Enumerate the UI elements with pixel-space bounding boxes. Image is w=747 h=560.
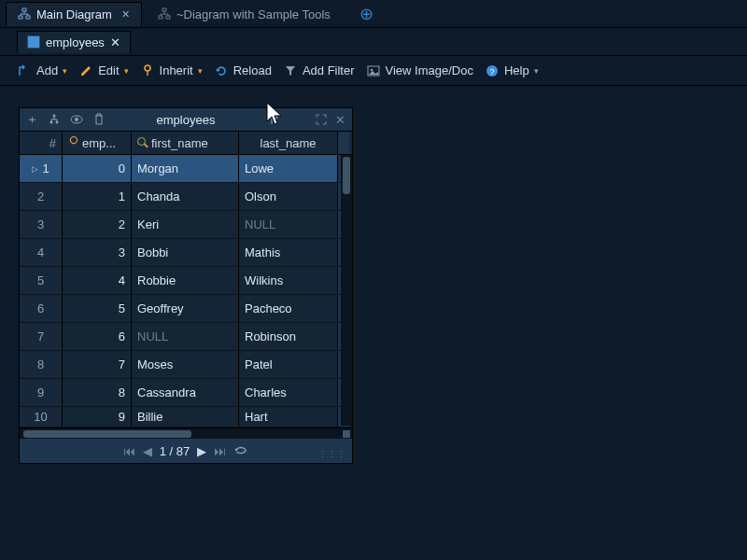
sub-tabbar: employees ✕ xyxy=(0,28,747,56)
add-arrow-icon xyxy=(17,63,32,78)
tab-main-diagram[interactable]: Main Diagram ✕ xyxy=(6,2,142,26)
top-tabbar: Main Diagram ✕ ~Diagram with Sample Tool… xyxy=(0,0,747,28)
help-button[interactable]: ? Help▾ xyxy=(485,63,539,78)
key-icon xyxy=(66,135,82,151)
panel-footer: ⏮ ◀ 1 / 87 ▶ ⏭ ⋮⋮⋮ xyxy=(20,439,352,463)
magnifier-icon xyxy=(137,137,148,148)
diagram-icon xyxy=(158,7,171,21)
table-row[interactable]: 109BillieHart xyxy=(20,407,352,427)
tab-sample-tools[interactable]: ~Diagram with Sample Tools xyxy=(146,2,343,26)
inherit-icon xyxy=(140,63,155,78)
maximize-icon[interactable] xyxy=(313,111,330,128)
svg-rect-4 xyxy=(159,16,162,19)
table-row[interactable]: 21ChandaOlson xyxy=(20,183,352,211)
horizontal-scrollbar[interactable] xyxy=(20,427,352,439)
help-icon: ? xyxy=(485,63,500,78)
col-emp-id[interactable]: emp... xyxy=(63,132,132,154)
edit-button[interactable]: Edit▾ xyxy=(78,63,128,78)
close-panel-icon[interactable]: ✕ xyxy=(331,111,348,128)
current-row-icon: ▷ xyxy=(32,164,38,174)
vertical-scrollbar[interactable] xyxy=(341,155,352,426)
first-page-button[interactable]: ⏮ xyxy=(123,444,135,458)
pencil-icon xyxy=(78,63,93,78)
eye-icon[interactable] xyxy=(68,111,85,128)
tab-label: ~Diagram with Sample Tools xyxy=(176,7,331,21)
svg-point-8 xyxy=(370,68,373,71)
loop-button[interactable] xyxy=(233,444,248,458)
close-icon[interactable]: ✕ xyxy=(121,8,130,21)
add-row-icon[interactable]: ＋ xyxy=(23,111,40,128)
grid-rows: ▷10MorganLowe21ChandaOlson32KeriNULL43Bo… xyxy=(20,155,352,427)
svg-point-6 xyxy=(145,65,150,71)
grid-header: # emp... first_name last_name xyxy=(20,131,352,155)
svg-rect-3 xyxy=(162,8,166,11)
add-tab-button[interactable]: ⊕ xyxy=(356,3,378,25)
view-image-button[interactable]: View Image/Doc xyxy=(366,63,473,78)
diagram-icon xyxy=(18,7,31,21)
table-icon xyxy=(27,35,40,49)
reload-icon xyxy=(214,63,229,78)
panel-header: ＋ employees ✕ xyxy=(20,108,352,131)
table-row[interactable]: ▷10MorganLowe xyxy=(20,155,352,183)
trash-icon[interactable] xyxy=(91,111,107,128)
table-row[interactable]: 76NULLRobinson xyxy=(20,323,352,351)
tree-icon[interactable] xyxy=(46,111,63,128)
next-page-button[interactable]: ▶ xyxy=(197,444,206,458)
pager-text: 1 / 87 xyxy=(160,444,190,458)
inherit-button[interactable]: Inherit▾ xyxy=(140,63,203,78)
col-index[interactable]: # xyxy=(20,132,63,154)
tab-label: Main Diagram xyxy=(36,7,112,21)
table-row[interactable]: 87MosesPatel xyxy=(20,351,352,379)
prev-page-button[interactable]: ◀ xyxy=(143,444,152,458)
svg-point-15 xyxy=(75,118,78,121)
add-button[interactable]: Add▾ xyxy=(17,63,67,78)
table-row[interactable]: 32KeriNULL xyxy=(20,211,352,239)
col-first-name[interactable]: first_name xyxy=(132,132,239,154)
data-panel: ＋ employees ✕ # emp... first_name last_n… xyxy=(19,107,353,464)
popout-icon[interactable] xyxy=(266,111,283,128)
resize-grip[interactable]: ⋮⋮⋮ xyxy=(318,450,346,459)
col-last-name[interactable]: last_name xyxy=(239,132,338,154)
image-icon xyxy=(366,63,381,78)
svg-rect-1 xyxy=(19,16,22,19)
reload-button[interactable]: Reload xyxy=(214,63,272,78)
svg-text:?: ? xyxy=(489,67,494,77)
close-icon[interactable]: ✕ xyxy=(110,35,120,49)
last-page-button[interactable]: ⏭ xyxy=(214,444,226,458)
add-filter-button[interactable]: Add Filter xyxy=(283,63,355,78)
table-row[interactable]: 65GeoffreyPacheco xyxy=(20,295,352,323)
subtab-label: employees xyxy=(46,35,105,49)
table-row[interactable]: 98CassandraCharles xyxy=(20,379,352,407)
panel-title: employees xyxy=(157,113,216,127)
toolbar: Add▾ Edit▾ Inherit▾ Reload Add Filter Vi… xyxy=(0,56,747,86)
subtab-employees[interactable]: employees ✕ xyxy=(17,31,131,53)
table-row[interactable]: 54RobbieWilkins xyxy=(20,267,352,295)
svg-rect-5 xyxy=(166,16,170,19)
svg-rect-0 xyxy=(22,8,26,11)
funnel-icon xyxy=(283,63,298,78)
svg-rect-2 xyxy=(26,16,30,19)
table-row[interactable]: 43BobbiMathis xyxy=(20,239,352,267)
